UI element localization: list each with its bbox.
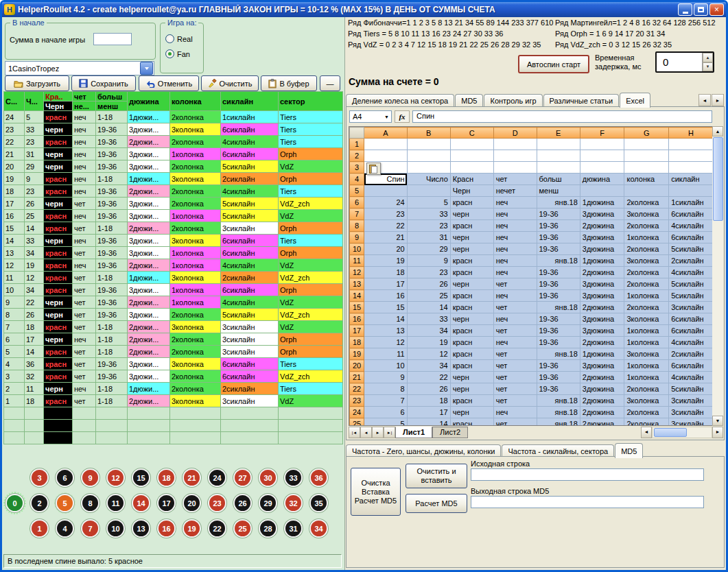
insert-function-button[interactable]: fx: [395, 110, 410, 123]
cell-F25[interactable]: 2дюжина: [580, 418, 624, 427]
board-number-12[interactable]: 12: [106, 468, 125, 487]
cell-D25[interactable]: чет: [493, 418, 537, 427]
tab-Деление колеса на сектора[interactable]: Деление колеса на сектора: [346, 94, 454, 107]
cell-H6[interactable]: 1сиклайн: [669, 197, 714, 208]
cell-B7[interactable]: 33: [407, 208, 450, 220]
cell-D3[interactable]: [493, 162, 537, 174]
cell-D9[interactable]: неч: [493, 232, 537, 243]
spin-up-button[interactable]: [703, 53, 713, 62]
cell-G22[interactable]: 2колонка: [624, 383, 669, 395]
spin-row[interactable]: 1433черннеч19-363дюжи...3колонка6сиклайн…: [4, 235, 343, 247]
tab-scroll-right-button[interactable]: [712, 94, 724, 106]
board-number-0[interactable]: 0: [5, 494, 24, 512]
row-header-3[interactable]: 3: [350, 162, 364, 174]
board-number-35[interactable]: 35: [309, 494, 328, 512]
cell-D21[interactable]: чет: [493, 372, 537, 383]
row-header-11[interactable]: 11: [350, 255, 364, 267]
cell-G14[interactable]: 1колонка: [624, 290, 669, 302]
cell-B21[interactable]: 22: [407, 372, 450, 383]
cell-B19[interactable]: 12: [407, 348, 450, 360]
cell-B16[interactable]: 33: [407, 313, 450, 325]
cell-C19[interactable]: красн: [450, 348, 493, 360]
board-number-32[interactable]: 32: [284, 494, 303, 512]
cell-H2[interactable]: [669, 150, 714, 162]
cell-C22[interactable]: черн: [450, 383, 493, 395]
md5-output-input[interactable]: [471, 496, 704, 508]
cell-B25[interactable]: 14: [407, 418, 450, 427]
board-number-11[interactable]: 11: [106, 494, 125, 512]
cell-A2[interactable]: [364, 150, 408, 162]
start-sum-input[interactable]: [93, 33, 132, 45]
cell-E1[interactable]: [537, 139, 580, 150]
cell-B12[interactable]: 23: [407, 267, 450, 278]
cell-B1[interactable]: [407, 139, 450, 150]
tab-Контроль игр[interactable]: Контроль игр: [484, 94, 542, 107]
cell-C9[interactable]: черн: [450, 232, 493, 243]
row-header-13[interactable]: 13: [350, 278, 364, 290]
board-number-36[interactable]: 36: [309, 468, 328, 487]
cell-A1[interactable]: [364, 139, 408, 150]
md5-all-actions-button[interactable]: Очистка Вставка Расчет MD5: [351, 468, 401, 516]
cell-C7[interactable]: черн: [450, 208, 493, 220]
spins-col-header[interactable]: чет: [73, 92, 96, 102]
row-header-22[interactable]: 22: [350, 383, 364, 395]
board-number-33[interactable]: 33: [284, 468, 303, 487]
cell-H22[interactable]: 5сиклайн: [669, 383, 714, 395]
cell-A25[interactable]: 5: [364, 418, 408, 427]
column-header-B[interactable]: B: [407, 128, 450, 139]
cell-G5[interactable]: [624, 185, 669, 197]
cell-G17[interactable]: 1колонка: [624, 325, 669, 337]
column-header-H[interactable]: H: [669, 128, 714, 139]
board-number-22[interactable]: 22: [208, 519, 226, 538]
spins-col-header[interactable]: дюжина: [128, 92, 170, 111]
cell-F18[interactable]: 2дюжина: [580, 337, 624, 348]
board-number-23[interactable]: 23: [208, 494, 226, 512]
spin-row[interactable]: 718краснчет1-182дюжи...3колонка3сиклайнV…: [4, 321, 343, 333]
row-header-10[interactable]: 10: [350, 243, 364, 255]
cell-A11[interactable]: 19: [364, 255, 408, 267]
cell-B5[interactable]: [407, 185, 450, 197]
cell-G6[interactable]: 2колонка: [624, 197, 669, 208]
cell-D23[interactable]: чет: [493, 395, 537, 407]
cell-D17[interactable]: чет: [493, 325, 537, 337]
column-header-F[interactable]: F: [580, 128, 624, 139]
cell-D20[interactable]: чет: [493, 360, 537, 372]
board-number-13[interactable]: 13: [132, 519, 150, 538]
cell-B4[interactable]: Число: [407, 174, 450, 185]
cell-F7[interactable]: 3дюжина: [580, 208, 624, 220]
spin-row[interactable]: 2223красннеч19-362дюжи...2колонка4сиклай…: [4, 136, 343, 148]
row-header-9[interactable]: 9: [350, 232, 364, 243]
cell-D18[interactable]: неч: [493, 337, 537, 348]
cell-A20[interactable]: 10: [364, 360, 408, 372]
spin-row[interactable]: 332краснчет19-363дюжи...2колонка6сиклайн…: [4, 370, 343, 383]
board-number-28[interactable]: 28: [259, 519, 277, 538]
cell-C16[interactable]: черн: [450, 313, 493, 325]
cell-B18[interactable]: 19: [407, 337, 450, 348]
board-number-1[interactable]: 1: [30, 519, 49, 538]
save-button[interactable]: Сохранить: [71, 75, 136, 91]
cell-E2[interactable]: [537, 150, 580, 162]
cell-G12[interactable]: 2колонка: [624, 267, 669, 278]
board-number-14[interactable]: 14: [132, 494, 150, 512]
spin-row[interactable]: 211черннеч1-181дюжи...2колонка2сиклайнTi…: [4, 383, 343, 395]
board-number-29[interactable]: 29: [259, 494, 277, 512]
cell-H12[interactable]: 4сиклайн: [669, 267, 714, 278]
cell-E4[interactable]: больш: [537, 174, 580, 185]
vscroll-track[interactable]: [712, 136, 723, 416]
vscroll-down-button[interactable]: [712, 416, 723, 426]
cell-B6[interactable]: 5: [407, 197, 450, 208]
cell-H21[interactable]: 4сиклайн: [669, 372, 714, 383]
spin-row[interactable]: 2333черннеч19-363дюжи...3колонка6сиклайн…: [4, 123, 343, 136]
cell-G2[interactable]: [624, 150, 669, 162]
cell-A21[interactable]: 9: [364, 372, 408, 383]
cell-G18[interactable]: 1колонка: [624, 337, 669, 348]
cell-F22[interactable]: 3дюжина: [580, 383, 624, 395]
row-header-6[interactable]: 6: [350, 197, 364, 208]
cell-C17[interactable]: красн: [450, 325, 493, 337]
cell-E8[interactable]: 19-36: [537, 220, 580, 232]
cell-C23[interactable]: красн: [450, 395, 493, 407]
cell-E24[interactable]: янв.18: [537, 407, 580, 418]
cell-G16[interactable]: 3колонка: [624, 313, 669, 325]
board-number-10[interactable]: 10: [106, 519, 125, 538]
cell-E15[interactable]: янв.18: [537, 302, 580, 313]
